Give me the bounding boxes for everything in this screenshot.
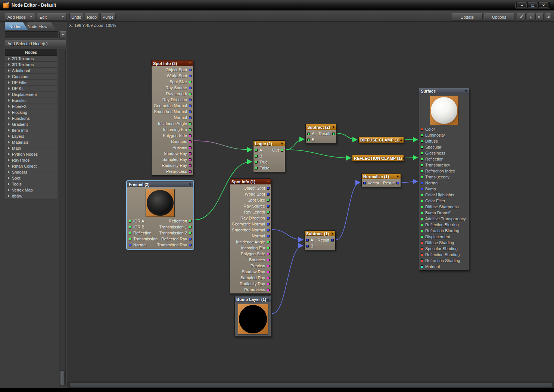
output-socket[interactable] [267, 271, 270, 273]
sidebar-item-math[interactable]: Math [5, 145, 57, 151]
sidebar-item-tools[interactable]: Tools [5, 181, 57, 187]
input-socket[interactable] [363, 182, 366, 184]
output-socket[interactable] [267, 235, 270, 237]
search-input[interactable] [5, 31, 58, 38]
output-socket[interactable] [267, 247, 270, 249]
output-socket[interactable] [189, 69, 192, 71]
sidebar-item-functions[interactable]: Functions [5, 115, 57, 121]
output-socket[interactable] [267, 265, 270, 267]
node-header[interactable]: Normalize (1)▼ [362, 174, 401, 179]
sidebar-item-vertex-map[interactable]: Vertex Map [5, 187, 57, 193]
output-socket[interactable] [267, 259, 270, 261]
output-socket[interactable] [189, 134, 192, 137]
sidebar-item-flocking[interactable]: Flocking [5, 109, 57, 115]
output-socket[interactable] [189, 226, 192, 228]
minimize-button[interactable]: − [517, 2, 527, 8]
options-button[interactable]: Options [484, 13, 514, 21]
output-socket[interactable] [189, 158, 192, 161]
output-socket[interactable] [189, 122, 192, 125]
canvas-hscrollbar[interactable] [67, 381, 554, 388]
output-socket[interactable] [267, 283, 270, 285]
input-socket[interactable] [129, 244, 131, 246]
input-socket[interactable] [255, 149, 258, 152]
search-dropdown-button[interactable]: ▼ [59, 31, 66, 38]
node-reflection-clamp-1[interactable]: REFLECTION CLAMP (1)▲ [352, 155, 404, 161]
node-header[interactable]: REFLECTION CLAMP (1)▲ [352, 155, 404, 161]
input-socket[interactable] [421, 170, 423, 172]
output-socket[interactable] [189, 244, 192, 246]
input-socket[interactable] [129, 232, 131, 234]
sidebar-item-rman-collect[interactable]: Rman Collect [5, 163, 57, 169]
collapse-node-icon[interactable]: ▼ [332, 126, 335, 129]
expand-node-icon[interactable]: ▲ [402, 157, 404, 160]
node-header[interactable]: Subtract (1)▼ [305, 231, 335, 236]
move-icon[interactable] [527, 13, 535, 21]
purge-button[interactable]: Purge [100, 13, 116, 21]
output-socket[interactable] [189, 238, 192, 240]
input-socket[interactable] [421, 182, 423, 184]
input-socket[interactable] [255, 167, 258, 169]
node-header[interactable]: DIFFUSE CLAMP (1)▲ [359, 137, 404, 143]
output-socket[interactable] [189, 140, 192, 143]
input-socket[interactable] [255, 155, 258, 158]
input-socket[interactable] [421, 212, 423, 214]
node-spot-info-3[interactable]: Spot Info (3)▼Object SpotWorld SpotSpot … [151, 60, 193, 175]
maximize-button[interactable]: □ [528, 2, 538, 8]
redo-button[interactable]: Redo [85, 13, 99, 21]
node-header[interactable]: Spot Info (1)▼ [230, 179, 271, 184]
canvas-hscrollbar-thumb[interactable] [69, 382, 553, 387]
pen-icon[interactable] [517, 13, 526, 21]
sidebar-item-shaders[interactable]: Shaders [5, 169, 57, 175]
input-socket[interactable] [255, 161, 258, 164]
node-header[interactable]: Fresnel (2)▼ [127, 181, 193, 187]
input-socket[interactable] [421, 158, 423, 161]
input-socket[interactable] [421, 224, 423, 226]
update-button[interactable]: Update [452, 13, 483, 21]
sidebar-item-layers[interactable]: Layers [5, 133, 57, 139]
sidebar-item-fiberfx[interactable]: FiberFX [5, 103, 57, 109]
input-socket[interactable] [421, 164, 423, 167]
output-socket[interactable] [189, 93, 192, 95]
output-socket[interactable] [396, 182, 399, 184]
collapse-node-icon[interactable]: ▼ [464, 90, 467, 93]
output-socket[interactable] [267, 187, 270, 190]
sidebar-item-3d-textures[interactable]: 3D Textures [5, 62, 57, 68]
collapse-node-icon[interactable]: ▼ [267, 180, 270, 183]
node-header[interactable]: Logic (2)▼ [253, 141, 285, 146]
sidebar-scrollbar[interactable] [59, 49, 66, 386]
output-socket[interactable] [281, 149, 283, 152]
input-socket[interactable] [421, 194, 423, 196]
output-socket[interactable] [267, 253, 270, 255]
input-socket[interactable] [307, 139, 310, 141]
input-socket[interactable] [306, 239, 309, 242]
input-socket[interactable] [421, 152, 423, 155]
output-socket[interactable] [267, 217, 270, 220]
collapse-node-icon[interactable]: ▼ [189, 62, 192, 65]
output-socket[interactable] [189, 232, 192, 234]
input-socket[interactable] [421, 188, 423, 190]
output-socket[interactable] [267, 289, 270, 291]
sidebar-item-dp-filter[interactable]: DP Filter [5, 80, 57, 85]
magnify-icon[interactable] [535, 13, 544, 21]
output-socket[interactable] [189, 164, 192, 167]
output-socket[interactable] [189, 116, 192, 119]
output-socket[interactable] [267, 241, 270, 243]
input-socket[interactable] [421, 146, 423, 149]
collapse-node-icon[interactable]: ▼ [396, 175, 399, 178]
node-diffuse-clamp-1[interactable]: DIFFUSE CLAMP (1)▲ [358, 137, 404, 143]
node-header[interactable]: Subtract (2)▼ [306, 124, 336, 130]
collapse-panel-icon[interactable]: ◀ [545, 13, 551, 21]
output-socket[interactable] [267, 211, 270, 214]
output-socket[interactable] [189, 105, 192, 107]
node-surface[interactable]: Surface▼ColorLuminosityDiffuseSpecularGl… [419, 88, 469, 271]
output-socket[interactable] [331, 239, 334, 242]
sidebar-item-eurisko[interactable]: Eurisko [5, 97, 57, 103]
output-socket[interactable] [189, 111, 192, 113]
sidebar-scrollbar-thumb[interactable] [60, 370, 65, 385]
sidebar-item-displacement[interactable]: Displacement [5, 91, 57, 97]
output-socket[interactable] [189, 81, 192, 83]
output-socket[interactable] [189, 170, 192, 173]
input-socket[interactable] [421, 259, 423, 262]
add-node-menu[interactable]: Add Node ▼ [5, 13, 35, 21]
sidebar-item-2d-textures[interactable]: 2D Textures [5, 56, 57, 62]
